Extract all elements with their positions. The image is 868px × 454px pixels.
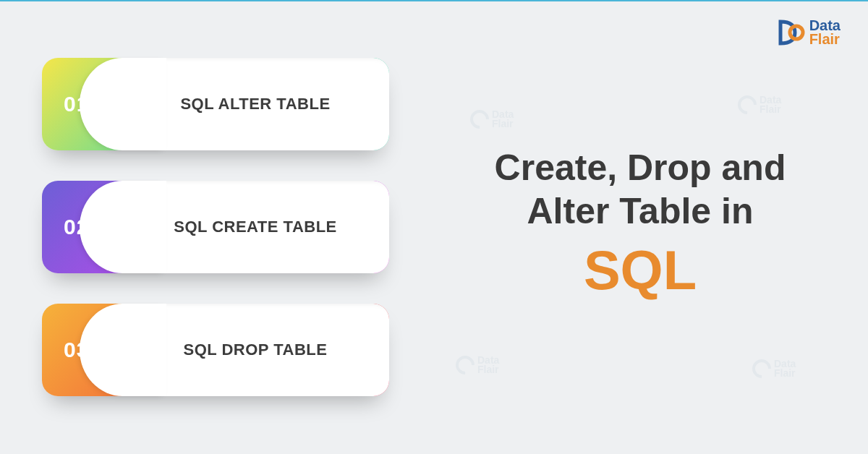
card-drop-table: 03 SQL DROP TABLE	[42, 304, 389, 396]
brand-logo-text: Data Flair	[809, 19, 841, 46]
card-label: SQL ALTER TABLE	[180, 95, 330, 113]
title-accent: SQL	[456, 239, 825, 301]
title-line2: Alter Table in	[456, 189, 825, 233]
watermark-icon: DataFlair	[752, 359, 796, 378]
cards-list: 01 SQL ALTER TABLE 02 SQL CREATE TABLE 0…	[42, 58, 389, 396]
title-line1: Create, Drop and	[456, 146, 825, 189]
card-number: 03	[64, 338, 89, 362]
watermark-icon: DataFlair	[456, 356, 499, 374]
brand-logo: Data Flair	[775, 17, 841, 48]
card-label: SQL CREATE TABLE	[174, 218, 337, 236]
card-label: SQL DROP TABLE	[184, 340, 328, 359]
card-number: 02	[64, 215, 89, 239]
card-alter-table: 01 SQL ALTER TABLE	[42, 58, 389, 150]
watermark-icon: DataFlair	[470, 110, 514, 129]
watermark-icon: DataFlair	[738, 95, 781, 114]
page-title: Create, Drop and Alter Table in SQL	[456, 146, 825, 301]
logo-text-line2: Flair	[809, 33, 841, 46]
card-number: 01	[64, 92, 89, 116]
brand-logo-icon	[775, 17, 805, 48]
card-create-table: 02 SQL CREATE TABLE	[42, 181, 389, 273]
